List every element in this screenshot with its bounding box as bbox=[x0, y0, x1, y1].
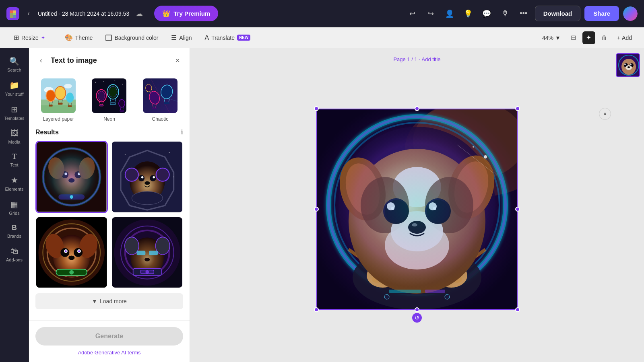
ai-terms-link[interactable]: Adobe Generative AI terms bbox=[78, 350, 140, 356]
resize-icon: ⊞ bbox=[14, 34, 19, 41]
handle-top-left[interactable] bbox=[314, 106, 319, 111]
canvas-page[interactable]: ↺ bbox=[316, 109, 518, 310]
load-more-button[interactable]: ▼ Load more bbox=[35, 293, 183, 309]
svg-point-93 bbox=[78, 250, 80, 252]
resize-premium-icon: ✦ bbox=[41, 35, 45, 41]
results-info-icon[interactable]: ℹ bbox=[181, 128, 183, 136]
load-more-icon: ▼ bbox=[92, 298, 97, 304]
undo-button[interactable]: ↩ bbox=[405, 6, 420, 21]
rotate-handle[interactable]: ↺ bbox=[412, 313, 422, 323]
svg-point-96 bbox=[69, 270, 74, 274]
your-stuff-label: Your stuff bbox=[5, 92, 24, 97]
handle-middle-right[interactable] bbox=[515, 207, 520, 212]
addons-label: Add-ons bbox=[6, 257, 23, 262]
back-button[interactable]: ‹ bbox=[24, 8, 33, 19]
svg-point-5 bbox=[64, 84, 72, 88]
sidebar-item-addons[interactable]: 🛍 Add-ons bbox=[2, 243, 27, 265]
svg-point-92 bbox=[65, 250, 66, 252]
try-premium-button[interactable]: 👑 Try Premium bbox=[154, 6, 218, 21]
translate-icon: A bbox=[204, 34, 209, 41]
style-card-chaotic[interactable]: Chaotic bbox=[137, 78, 183, 122]
presenter-button[interactable]: 🎙 bbox=[498, 6, 512, 21]
handle-bottom-left[interactable] bbox=[314, 307, 319, 312]
handle-bottom-center[interactable] bbox=[415, 307, 419, 312]
result-card-2[interactable] bbox=[111, 141, 184, 213]
sidebar-item-elements[interactable]: ★ Elements bbox=[2, 172, 27, 195]
svg-point-152 bbox=[328, 117, 506, 294]
svg-rect-158 bbox=[425, 290, 445, 293]
generate-button[interactable]: Generate bbox=[35, 327, 183, 346]
grid-view-button[interactable]: ⊟ bbox=[567, 31, 580, 44]
svg-point-16 bbox=[66, 93, 74, 103]
media-label: Media bbox=[8, 140, 21, 144]
sidebar-item-text[interactable]: T Text bbox=[2, 149, 27, 171]
resize-button[interactable]: ⊞ Resize ✦ bbox=[8, 31, 51, 44]
generate-section: Generate Adobe Generative AI terms bbox=[29, 320, 190, 362]
theme-label: Theme bbox=[75, 35, 93, 41]
result-card-4[interactable] bbox=[111, 216, 184, 289]
svg-rect-29 bbox=[100, 105, 104, 106]
new-badge: NEW bbox=[237, 35, 250, 41]
svg-point-159 bbox=[384, 294, 389, 299]
suggestions-button[interactable]: 💡 bbox=[461, 6, 475, 21]
handle-middle-left[interactable] bbox=[314, 207, 319, 212]
svg-rect-34 bbox=[110, 103, 116, 105]
sidebar-item-media[interactable]: 🖼 Media bbox=[2, 125, 27, 148]
avatar[interactable] bbox=[623, 6, 638, 21]
sidebar-item-grids[interactable]: ▦ Grids bbox=[2, 196, 27, 219]
svg-point-94 bbox=[68, 255, 74, 260]
add-button[interactable]: + Add bbox=[613, 32, 636, 43]
sidebar-item-templates[interactable]: ⊞ Templates bbox=[2, 101, 27, 124]
thumbnail-preview bbox=[617, 54, 640, 77]
share-button[interactable]: Share bbox=[584, 6, 619, 21]
svg-point-73 bbox=[156, 168, 169, 181]
background-color-button[interactable]: Background color bbox=[100, 32, 164, 43]
add-title-link[interactable]: Add title bbox=[422, 56, 441, 62]
collaborators-button[interactable]: 👤 bbox=[442, 6, 457, 21]
result-card-3[interactable] bbox=[35, 216, 108, 289]
zoom-control[interactable]: 44% ▼ bbox=[538, 32, 565, 43]
page-label: Page 1 / 1 - Add title bbox=[393, 56, 440, 62]
result-image-3 bbox=[36, 217, 107, 288]
chaotic-label: Chaotic bbox=[152, 116, 168, 122]
divider bbox=[55, 32, 55, 43]
thumbnail-card[interactable] bbox=[616, 53, 640, 77]
align-icon: ☰ bbox=[171, 34, 177, 41]
templates-icon: ⊞ bbox=[11, 105, 18, 114]
style-card-layered-paper[interactable]: Layered paper bbox=[35, 78, 81, 122]
close-right-panel-button[interactable]: × bbox=[599, 108, 611, 120]
panel-back-button[interactable]: ‹ bbox=[35, 55, 47, 66]
sidebar-item-your-stuff[interactable]: 📁 Your stuff bbox=[2, 77, 27, 100]
page-number-label: Page 1 / 1 - bbox=[393, 56, 421, 62]
magic-switch-button[interactable]: ✦ bbox=[582, 31, 595, 44]
comments-button[interactable]: 💬 bbox=[479, 6, 494, 21]
text-to-image-panel: ‹ Text to image × bbox=[29, 48, 190, 362]
add-plus-icon: + bbox=[617, 35, 620, 41]
delete-button[interactable]: 🗑 bbox=[598, 31, 611, 44]
svg-rect-19 bbox=[68, 105, 72, 107]
handle-top-center[interactable] bbox=[415, 106, 419, 111]
handle-bottom-right[interactable] bbox=[515, 307, 520, 312]
sidebar-item-search[interactable]: 🔍 Search bbox=[2, 53, 27, 76]
zoom-level: 44% bbox=[542, 35, 553, 41]
handle-top-right[interactable] bbox=[515, 106, 520, 111]
load-more-label: Load more bbox=[100, 298, 127, 304]
result-card-1[interactable] bbox=[35, 141, 108, 213]
redo-button[interactable]: ↪ bbox=[424, 6, 438, 21]
svg-point-109 bbox=[145, 270, 149, 274]
grids-label: Grids bbox=[9, 211, 19, 216]
result-image-4 bbox=[112, 217, 183, 288]
align-button[interactable]: ☰ Align bbox=[165, 31, 197, 44]
elements-icon: ★ bbox=[11, 175, 18, 185]
panel-close-button[interactable]: × bbox=[172, 55, 183, 66]
theme-button[interactable]: 🎨 Theme bbox=[59, 31, 99, 44]
style-card-neon[interactable]: Neon bbox=[86, 78, 132, 122]
templates-label: Templates bbox=[4, 116, 24, 121]
sidebar-item-brands[interactable]: B Brands bbox=[2, 220, 27, 242]
download-button[interactable]: Download bbox=[535, 6, 581, 21]
svg-point-22 bbox=[122, 84, 123, 84]
svg-point-23 bbox=[115, 80, 116, 81]
svg-rect-105 bbox=[149, 251, 158, 255]
more-options-button[interactable]: ••• bbox=[516, 6, 531, 21]
translate-button[interactable]: A Translate NEW bbox=[199, 32, 256, 44]
